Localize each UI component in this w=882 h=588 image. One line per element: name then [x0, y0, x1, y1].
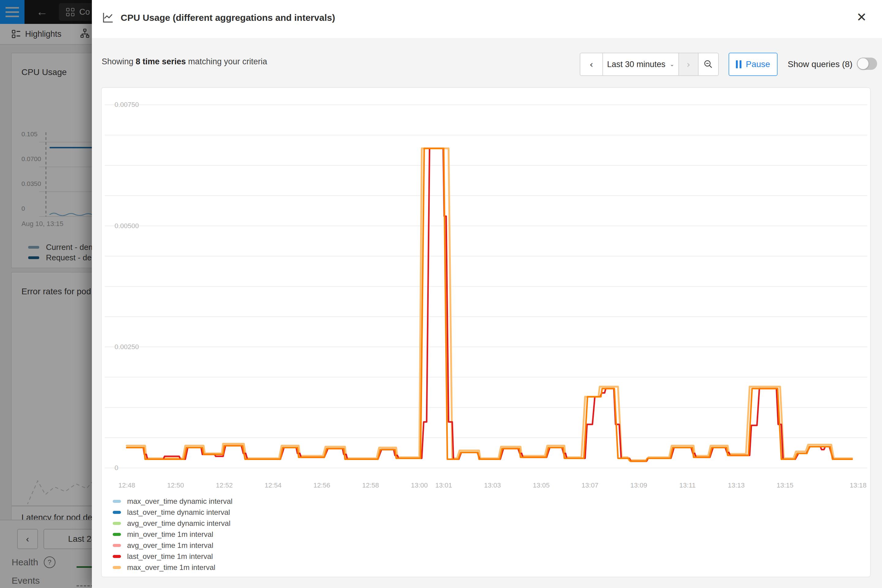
x-tick-label: 13:15	[777, 482, 794, 489]
legend-label: max_over_time dynamic interval	[127, 497, 232, 506]
legend-item[interactable]: avg_over_time dynamic interval	[113, 518, 232, 529]
legend-label: last_over_time 1m interval	[127, 552, 213, 561]
legend-item[interactable]: last_over_time 1m interval	[113, 551, 232, 562]
x-tick-label: 12:48	[118, 482, 135, 489]
show-queries-label: Show queries (8)	[788, 59, 853, 69]
chevron-down-icon: ⌄	[670, 61, 674, 68]
range-prev-button[interactable]: ‹	[580, 53, 602, 75]
zoom-out-icon	[703, 59, 714, 69]
legend-label: min_over_time 1m interval	[127, 530, 213, 539]
series-count-status: Showing 8 time series matching your crit…	[102, 57, 267, 66]
line-chart-icon	[102, 12, 114, 24]
x-tick-label: 12:58	[362, 482, 379, 489]
pause-button[interactable]: Pause	[729, 52, 778, 76]
x-tick-label: 12:50	[167, 482, 184, 489]
x-tick-label: 13:00	[411, 482, 428, 489]
x-tick-label: 13:13	[728, 482, 744, 489]
legend-item[interactable]: avg_over_time 1m interval	[113, 540, 232, 551]
chart-legend: max_over_time dynamic intervallast_over_…	[113, 496, 232, 573]
y-tick-label: 0.00750	[114, 101, 139, 108]
x-tick-label: 13:07	[582, 482, 598, 489]
legend-swatch	[113, 533, 121, 536]
close-icon[interactable]: ✕	[856, 11, 867, 23]
x-tick-label: 13:03	[484, 482, 501, 489]
time-range-picker: ‹ Last 30 minutes ⌄ ›	[580, 52, 719, 76]
x-tick-label: 13:05	[533, 482, 550, 489]
legend-swatch	[113, 544, 121, 547]
y-tick-label: 0	[114, 464, 118, 472]
app-root: ← Co Highlights CPU Usage	[0, 0, 882, 588]
chart-modal: CPU Usage (different aggregations and in…	[92, 0, 882, 588]
legend-swatch	[113, 522, 121, 525]
legend-swatch	[113, 566, 121, 569]
pause-icon	[736, 60, 741, 68]
y-tick-label: 0.00250	[114, 343, 139, 351]
x-tick-label: 12:54	[265, 482, 282, 489]
x-tick-label: 13:11	[679, 482, 696, 489]
range-dropdown[interactable]: Last 30 minutes ⌄	[602, 53, 679, 75]
x-tick-label: 12:56	[313, 482, 330, 489]
range-next-button[interactable]: ›	[679, 53, 698, 75]
legend-swatch	[113, 511, 121, 514]
legend-item[interactable]: max_over_time 1m interval	[113, 562, 232, 573]
legend-label: avg_over_time dynamic interval	[127, 519, 231, 528]
x-tick-label: 13:01	[435, 482, 452, 489]
y-tick-label: 0.00500	[114, 222, 139, 230]
legend-label: last_over_time dynamic interval	[127, 508, 230, 517]
legend-item[interactable]: min_over_time 1m interval	[113, 529, 232, 540]
zoom-out-button[interactable]	[698, 53, 718, 75]
legend-label: avg_over_time 1m interval	[127, 541, 213, 550]
chart-panel: 0.007500.005000.00250012:4812:5012:5212:…	[101, 87, 871, 577]
legend-item[interactable]: last_over_time dynamic interval	[113, 507, 232, 518]
toggle-knob	[858, 58, 868, 69]
range-label: Last 30 minutes	[607, 60, 666, 69]
legend-swatch	[113, 500, 121, 503]
x-tick-label: 13:18	[849, 482, 866, 489]
legend-item[interactable]: max_over_time dynamic interval	[113, 496, 232, 507]
modal-header: CPU Usage (different aggregations and in…	[92, 0, 882, 38]
series-count: 8 time series	[136, 57, 186, 66]
series-max-over-time-1m-interval	[127, 148, 852, 460]
show-queries-toggle[interactable]	[857, 58, 877, 70]
modal-title: CPU Usage (different aggregations and in…	[121, 12, 335, 23]
x-tick-label: 13:09	[630, 482, 647, 489]
legend-swatch	[113, 555, 121, 558]
legend-label: max_over_time 1m interval	[127, 563, 215, 572]
x-tick-label: 12:52	[216, 482, 233, 489]
